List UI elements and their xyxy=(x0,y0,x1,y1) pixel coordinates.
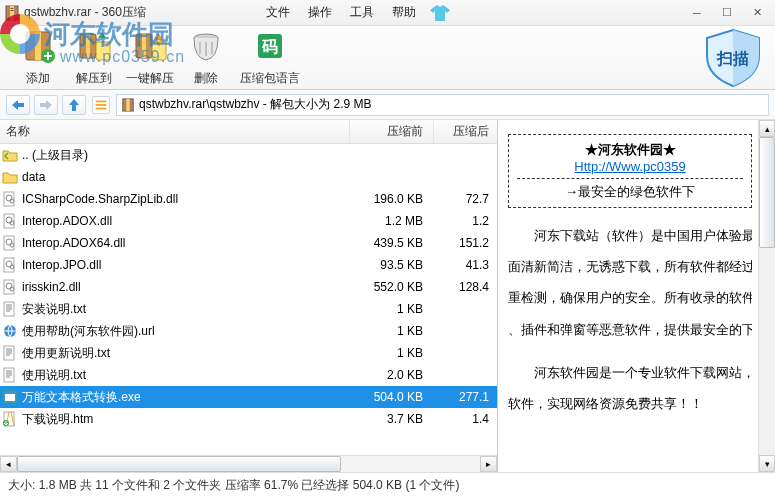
url-icon xyxy=(2,323,18,339)
info-title: ★河东软件园★ xyxy=(517,141,743,159)
info-box: ★河东软件园★ Http://Www.pc0359 →最安全的绿色软件下 xyxy=(508,134,752,208)
pathbar: qstwbzhv.rar\qstwbzhv - 解包大小为 2.9 MB xyxy=(0,90,775,120)
file-size-before: 1 KB xyxy=(349,302,433,316)
file-row[interactable]: 万能文本格式转换.exe504.0 KB277.1 xyxy=(0,386,497,408)
lang-icon: 码 xyxy=(252,28,288,64)
file-list[interactable]: .. (上级目录)dataICSharpCode.SharpZipLib.dll… xyxy=(0,144,497,455)
close-button[interactable]: ✕ xyxy=(743,4,771,22)
dll-icon xyxy=(2,279,18,295)
dll-icon xyxy=(2,213,18,229)
menu-file[interactable]: 文件 xyxy=(266,4,290,21)
scroll-left-button[interactable]: ◂ xyxy=(0,456,17,472)
menu-operate[interactable]: 操作 xyxy=(308,4,332,21)
file-size-before: 93.5 KB xyxy=(349,258,433,272)
vertical-scrollbar[interactable]: ▴ ▾ xyxy=(758,120,775,472)
file-name: 使用更新说明.txt xyxy=(22,345,349,362)
file-size-before: 3.7 KB xyxy=(349,412,433,426)
path-field[interactable]: qstwbzhv.rar\qstwbzhv - 解包大小为 2.9 MB xyxy=(116,94,769,116)
menu-tools[interactable]: 工具 xyxy=(350,4,374,21)
add-icon xyxy=(20,28,56,64)
file-name: irisskin2.dll xyxy=(22,280,349,294)
file-size-after: 151.2 xyxy=(433,236,497,250)
file-row[interactable]: 使用说明.txt2.0 KB xyxy=(0,364,497,386)
file-name: Interop.JPO.dll xyxy=(22,258,349,272)
svg-rect-3 xyxy=(11,10,14,11)
window-title: qstwbzhv.rar - 360压缩 xyxy=(24,4,146,21)
file-name: Interop.ADOX.dll xyxy=(22,214,349,228)
extract-to-button[interactable]: 解压到 xyxy=(66,28,122,87)
oneclick-extract-icon xyxy=(132,28,168,64)
menubar: 文件 操作 工具 帮助 xyxy=(266,4,416,21)
file-name: 使用帮助(河东软件园).url xyxy=(22,323,349,340)
txt-icon xyxy=(2,367,18,383)
file-size-after: 41.3 xyxy=(433,258,497,272)
file-row[interactable]: data xyxy=(0,166,497,188)
scroll-down-button[interactable]: ▾ xyxy=(759,455,775,472)
file-size-after: 1.2 xyxy=(433,214,497,228)
file-size-before: 196.0 KB xyxy=(349,192,433,206)
exe-icon xyxy=(2,389,18,405)
file-row[interactable]: .. (上级目录) xyxy=(0,144,497,166)
svg-text:扫描: 扫描 xyxy=(716,50,749,67)
folder-up-icon xyxy=(2,147,18,163)
column-after[interactable]: 压缩后 xyxy=(433,120,497,143)
tshirt-icon[interactable] xyxy=(430,5,450,21)
file-size-after: 72.7 xyxy=(433,192,497,206)
extract-to-icon xyxy=(76,28,112,64)
column-name[interactable]: 名称 xyxy=(0,120,349,143)
forward-button[interactable] xyxy=(34,95,58,115)
svg-rect-5 xyxy=(35,32,41,60)
list-header: 名称 压缩前 压缩后 xyxy=(0,120,497,144)
side-content: ★河东软件园★ Http://Www.pc0359 →最安全的绿色软件下 河东下… xyxy=(508,128,752,464)
horizontal-scrollbar[interactable]: ◂ ▸ xyxy=(0,455,497,472)
scroll-track[interactable] xyxy=(17,456,480,472)
file-size-before: 2.0 KB xyxy=(349,368,433,382)
file-size-after: 128.4 xyxy=(433,280,497,294)
delete-button[interactable]: 删除 xyxy=(178,28,234,87)
file-row[interactable]: Interop.JPO.dll93.5 KB41.3 xyxy=(0,254,497,276)
file-row[interactable]: ICSharpCode.SharpZipLib.dll196.0 KB72.7 xyxy=(0,188,497,210)
info-link[interactable]: Http://Www.pc0359 xyxy=(574,159,685,174)
file-name: 安装说明.txt xyxy=(22,301,349,318)
info-body: 河东下载站（软件）是中国用户体验最好 面清新简洁，无诱惑下载，所有软件都经过多 … xyxy=(508,220,752,419)
vscroll-thumb[interactable] xyxy=(759,137,775,248)
scan-button[interactable]: 扫描 xyxy=(701,28,765,88)
add-button[interactable]: 添加 xyxy=(10,28,66,87)
oneclick-extract-button[interactable]: 一键解压 xyxy=(122,28,178,87)
toolbar: 添加 解压到 一键解压 删除 码 压缩包语言 扫描 xyxy=(0,26,775,90)
scroll-right-button[interactable]: ▸ xyxy=(480,456,497,472)
file-row[interactable]: irisskin2.dll552.0 KB128.4 xyxy=(0,276,497,298)
maximize-button[interactable]: ☐ xyxy=(713,4,741,22)
svg-rect-42 xyxy=(5,394,15,401)
svg-rect-9 xyxy=(96,42,110,60)
file-size-after: 277.1 xyxy=(433,390,497,404)
file-row[interactable]: Interop.ADOX64.dll439.5 KB151.2 xyxy=(0,232,497,254)
back-button[interactable] xyxy=(6,95,30,115)
up-button[interactable] xyxy=(62,95,86,115)
view-list-button[interactable] xyxy=(92,96,110,114)
minimize-button[interactable]: ─ xyxy=(683,4,711,22)
path-text: qstwbzhv.rar\qstwbzhv - 解包大小为 2.9 MB xyxy=(139,96,372,113)
vscroll-track[interactable] xyxy=(759,137,775,455)
svg-rect-8 xyxy=(86,34,90,58)
file-panel: 名称 压缩前 压缩后 .. (上级目录)dataICSharpCode.Shar… xyxy=(0,120,498,472)
lang-button[interactable]: 码 压缩包语言 xyxy=(234,28,306,87)
svg-text:码: 码 xyxy=(261,38,278,55)
file-row[interactable]: 安装说明.txt1 KB xyxy=(0,298,497,320)
dll-icon xyxy=(2,191,18,207)
main-area: 名称 压缩前 压缩后 .. (上级目录)dataICSharpCode.Shar… xyxy=(0,120,775,472)
file-row[interactable]: 使用更新说明.txt1 KB xyxy=(0,342,497,364)
file-size-before: 439.5 KB xyxy=(349,236,433,250)
column-before[interactable]: 压缩前 xyxy=(349,120,433,143)
scroll-thumb[interactable] xyxy=(17,456,341,472)
file-name: Interop.ADOX64.dll xyxy=(22,236,349,250)
menu-help[interactable]: 帮助 xyxy=(392,4,416,21)
archive-icon xyxy=(4,5,20,21)
file-name: 使用说明.txt xyxy=(22,367,349,384)
scroll-up-button[interactable]: ▴ xyxy=(759,120,775,137)
file-row[interactable]: 使用帮助(河东软件园).url1 KB xyxy=(0,320,497,342)
file-row[interactable]: Interop.ADOX.dll1.2 MB1.2 xyxy=(0,210,497,232)
folder-icon xyxy=(2,169,18,185)
file-name: data xyxy=(22,170,349,184)
file-row[interactable]: 下载说明.htm3.7 KB1.4 xyxy=(0,408,497,430)
